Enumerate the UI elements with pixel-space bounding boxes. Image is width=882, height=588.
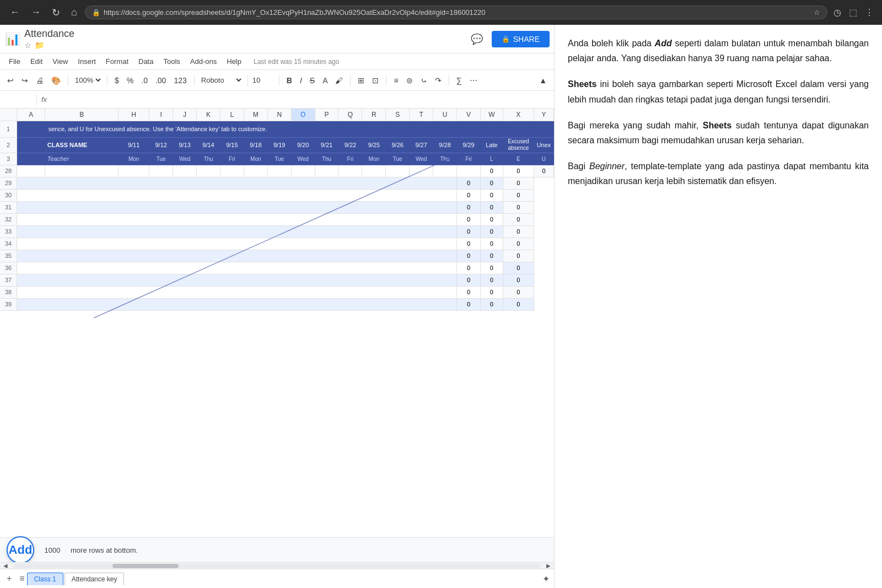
cell-unex-30[interactable]: 0 (503, 189, 534, 201)
cell-excused-31[interactable]: 0 (480, 201, 503, 213)
cell-32-data[interactable] (17, 213, 457, 225)
cell-excused-34[interactable]: 0 (480, 238, 503, 250)
currency-button[interactable]: $ (112, 74, 122, 87)
paint-format-button[interactable]: 🎨 (49, 74, 63, 87)
menu-view[interactable]: View (48, 55, 72, 68)
col-header-n[interactable]: N (267, 109, 291, 121)
cell-excused-37[interactable]: 0 (480, 274, 503, 286)
cell-excused-39[interactable]: 0 (480, 298, 503, 310)
sheet-tab-class1[interactable]: Class 1 (27, 573, 63, 585)
cell-late-37[interactable]: 0 (457, 274, 481, 286)
refresh-button[interactable]: ↻ (49, 4, 63, 21)
menu-help[interactable]: Help (222, 55, 246, 68)
wrap-button[interactable]: ⤿ (418, 74, 430, 87)
cell-v28[interactable] (457, 165, 481, 177)
function-button[interactable]: ∑ (454, 74, 465, 87)
cell-unex-38[interactable]: 0 (503, 286, 534, 298)
cell-unex-39[interactable]: 0 (503, 298, 534, 310)
cell-u28[interactable] (433, 165, 457, 177)
menu-edit[interactable]: Edit (26, 55, 47, 68)
font-size-input[interactable] (252, 76, 275, 84)
cell-unex-31[interactable]: 0 (503, 201, 534, 213)
cell-late-35[interactable]: 0 (457, 250, 481, 262)
cell-n28[interactable] (267, 165, 291, 177)
cell-excused-35[interactable]: 0 (480, 250, 503, 262)
star-icon[interactable]: ☆ (24, 41, 31, 50)
cell-30-data[interactable] (17, 189, 457, 201)
cell-l28[interactable] (220, 165, 244, 177)
cell-33-data[interactable] (17, 225, 457, 238)
cell-late-32[interactable]: 0 (457, 213, 481, 225)
percent-button[interactable]: % (124, 74, 136, 87)
cell-unex-33[interactable]: 0 (503, 225, 534, 238)
scroll-thumb[interactable] (112, 564, 179, 568)
col-header-l[interactable]: L (220, 109, 244, 121)
redo-button[interactable]: ↪ (19, 74, 31, 87)
add-rows-button[interactable]: Add (7, 536, 34, 564)
highlight-button[interactable]: 🖌 (332, 74, 346, 87)
col-header-m[interactable]: M (244, 109, 267, 121)
cell-q28[interactable] (338, 165, 362, 177)
cell-unex-29[interactable]: 0 (503, 177, 534, 189)
text-color-button[interactable]: A (320, 74, 330, 87)
cell-unex-32[interactable]: 0 (503, 213, 534, 225)
cell-s28[interactable] (386, 165, 410, 177)
cell-p28[interactable] (315, 165, 338, 177)
undo-button[interactable]: ↩ (4, 74, 17, 87)
spreadsheet-title[interactable]: Attendance (24, 28, 74, 40)
folder-icon[interactable]: 📁 (35, 41, 44, 50)
scroll-right-button[interactable]: ▶ (543, 563, 554, 569)
cell-39-data[interactable] (17, 298, 457, 310)
scroll-left-button[interactable]: ◀ (0, 563, 11, 569)
col-header-q[interactable]: Q (338, 109, 362, 121)
menu-insert[interactable]: Insert (73, 55, 100, 68)
cell-i28[interactable] (149, 165, 173, 177)
cell-excused-32[interactable]: 0 (480, 213, 503, 225)
cell-j28[interactable] (173, 165, 197, 177)
cell-m28[interactable] (244, 165, 267, 177)
col-header-p[interactable]: P (315, 109, 338, 121)
cell-late-31[interactable]: 0 (457, 201, 481, 213)
align-v-button[interactable]: ⊜ (404, 74, 416, 87)
col-header-t[interactable]: T (410, 109, 433, 121)
cast-icon[interactable]: ⬚ (847, 6, 859, 19)
explore-icon[interactable]: ✦ (542, 574, 550, 584)
cell-late-38[interactable]: 0 (457, 286, 481, 298)
sheet-tab-att-key[interactable]: Attendance key (64, 573, 125, 585)
share-button[interactable]: 🔒 SHARE (492, 31, 550, 47)
add-sheet-button[interactable]: + (4, 573, 14, 585)
cell-late-33[interactable]: 0 (457, 225, 481, 238)
cell-38-data[interactable] (17, 286, 457, 298)
menu-format[interactable]: Format (101, 55, 133, 68)
collapse-toolbar[interactable]: ▲ (536, 74, 550, 87)
borders-button[interactable]: ⊞ (355, 74, 367, 87)
menu-tools[interactable]: Tools (159, 55, 184, 68)
cell-late-28[interactable]: 0 (480, 165, 503, 177)
col-header-o[interactable]: O (291, 109, 315, 121)
cell-late-29[interactable]: 0 (457, 177, 481, 189)
cell-unex-37[interactable]: 0 (503, 274, 534, 286)
col-header-a[interactable]: A (17, 109, 45, 121)
zoom-selector[interactable]: 100% (73, 75, 103, 85)
cell-h28[interactable] (119, 165, 149, 177)
print-button[interactable]: 🖨 (33, 74, 46, 87)
cell-34-data[interactable] (17, 238, 457, 250)
scroll-track[interactable] (13, 564, 541, 568)
decimal-dec-button[interactable]: .0 (138, 74, 150, 87)
history-icon[interactable]: ◷ (832, 6, 843, 19)
more-formats-button[interactable]: 123 (171, 74, 189, 87)
cell-late-36[interactable]: 0 (457, 262, 481, 274)
decimal-inc-button[interactable]: .00 (153, 74, 169, 87)
col-header-r[interactable]: R (362, 109, 386, 121)
col-header-u[interactable]: U (433, 109, 457, 121)
cell-excused-33[interactable]: 0 (480, 225, 503, 238)
rows-count-input[interactable] (39, 546, 66, 554)
back-button[interactable]: ← (7, 4, 23, 20)
cell-t28[interactable] (410, 165, 433, 177)
sheets-menu-button[interactable]: ≡ (17, 573, 26, 585)
forward-button[interactable]: → (28, 4, 44, 20)
cell-k28[interactable] (197, 165, 220, 177)
strikethrough-button[interactable]: S (307, 74, 318, 87)
address-bar[interactable]: 🔒 https://docs.google.com/spreadsheets/d… (85, 6, 827, 19)
col-header-v[interactable]: V (457, 109, 481, 121)
